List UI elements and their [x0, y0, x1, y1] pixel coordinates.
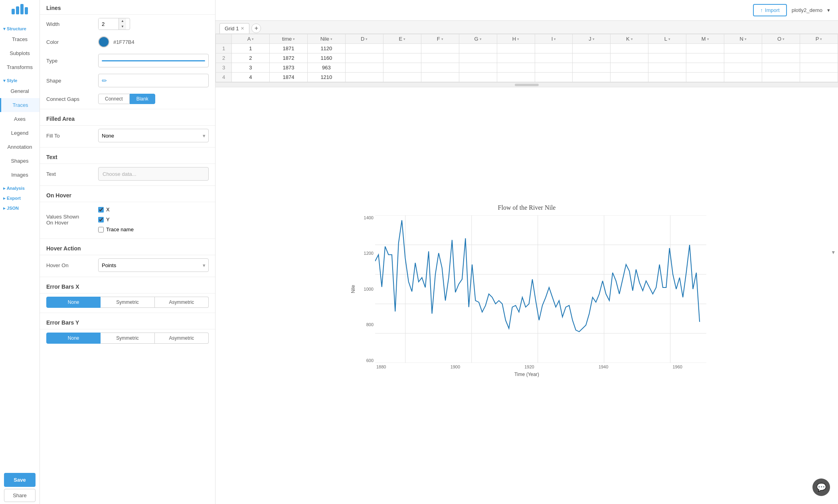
sidebar-item-images[interactable]: Images [0, 168, 40, 182]
table-cell-empty[interactable] [573, 73, 611, 82]
horizontal-scrollbar[interactable] [215, 82, 838, 87]
table-cell-empty[interactable] [459, 63, 497, 73]
table-cell[interactable]: 1873 [269, 63, 307, 73]
table-cell-empty[interactable] [762, 63, 800, 73]
trace-name-checkbox[interactable] [98, 227, 104, 232]
table-cell-empty[interactable] [800, 63, 838, 73]
table-cell-empty[interactable] [648, 63, 686, 73]
sidebar-item-traces-style[interactable]: Traces [0, 98, 40, 112]
table-cell-empty[interactable] [383, 73, 421, 82]
table-cell-empty[interactable] [535, 53, 573, 63]
table-cell-empty[interactable] [573, 44, 611, 53]
table-cell-empty[interactable] [724, 53, 762, 63]
blank-button[interactable]: Blank [130, 94, 155, 104]
table-cell-empty[interactable] [611, 44, 648, 53]
table-cell[interactable]: 1872 [269, 53, 307, 63]
col-header-l[interactable]: L▾ [648, 34, 686, 44]
col-header-time[interactable]: time▾ [269, 34, 307, 44]
table-cell-empty[interactable] [421, 44, 459, 53]
y-checkbox[interactable] [98, 217, 104, 222]
table-cell[interactable]: 1874 [269, 73, 307, 82]
col-header-j[interactable]: J▾ [573, 34, 611, 44]
table-cell-empty[interactable] [535, 44, 573, 53]
sidebar-item-shapes[interactable]: Shapes [0, 154, 40, 168]
table-cell-empty[interactable] [535, 73, 573, 82]
table-cell-empty[interactable] [611, 63, 648, 73]
json-label[interactable]: ▸ JSON [0, 202, 40, 212]
table-cell-empty[interactable] [535, 63, 573, 73]
col-header-i[interactable]: I▾ [535, 34, 573, 44]
save-button[interactable]: Save [4, 473, 36, 487]
width-input[interactable] [99, 18, 119, 30]
import-button[interactable]: ↑ Import [753, 4, 787, 16]
col-header-e[interactable]: E▾ [383, 34, 421, 44]
analysis-label[interactable]: ▸ Analysis [0, 182, 40, 192]
table-cell-empty[interactable] [686, 44, 724, 53]
table-cell[interactable]: 2 [232, 53, 270, 63]
color-swatch[interactable] [98, 36, 109, 47]
col-header-f[interactable]: F▾ [421, 34, 459, 44]
width-down-button[interactable]: ▼ [119, 24, 126, 30]
tab-close-button[interactable]: ✕ [241, 26, 244, 31]
structure-group-label[interactable]: ▾ Structure [0, 22, 40, 32]
table-cell[interactable]: 963 [307, 63, 345, 73]
table-cell-empty[interactable] [421, 73, 459, 82]
table-cell-empty[interactable] [345, 44, 383, 53]
table-cell-empty[interactable] [724, 44, 762, 53]
col-header-nile[interactable]: Nile▾ [307, 34, 345, 44]
col-header-m[interactable]: M▾ [686, 34, 724, 44]
table-cell-empty[interactable] [686, 73, 724, 82]
col-header-a[interactable]: A▾ [232, 34, 270, 44]
sidebar-item-general[interactable]: General [0, 84, 40, 98]
table-cell-empty[interactable] [686, 53, 724, 63]
shape-select[interactable]: ✏ [98, 74, 209, 87]
table-cell[interactable]: 1 [232, 44, 270, 53]
add-tab-button[interactable]: + [251, 24, 261, 33]
sidebar-item-axes[interactable]: Axes [0, 112, 40, 126]
table-cell-empty[interactable] [497, 44, 535, 53]
table-cell-empty[interactable] [573, 63, 611, 73]
style-group-label[interactable]: ▾ Style [0, 74, 40, 84]
table-cell-empty[interactable] [345, 73, 383, 82]
table-cell-empty[interactable] [762, 53, 800, 63]
table-cell-empty[interactable] [459, 44, 497, 53]
col-header-o[interactable]: O▾ [762, 34, 800, 44]
error-y-asymmetric-button[interactable]: Asymmetric [155, 333, 209, 344]
sidebar-item-annotation[interactable]: Annotation [0, 140, 40, 154]
table-cell[interactable]: 1160 [307, 53, 345, 63]
width-up-button[interactable]: ▲ [119, 18, 126, 24]
sidebar-item-transforms[interactable]: Transforms [0, 60, 40, 74]
col-header-d[interactable]: D▾ [345, 34, 383, 44]
table-cell-empty[interactable] [459, 53, 497, 63]
table-cell-empty[interactable] [724, 63, 762, 73]
table-cell-empty[interactable] [383, 44, 421, 53]
table-cell-empty[interactable] [762, 73, 800, 82]
col-header-p[interactable]: P▾ [800, 34, 838, 44]
connect-button[interactable]: Connect [98, 94, 130, 104]
col-header-n[interactable]: N▾ [724, 34, 762, 44]
table-cell-empty[interactable] [800, 73, 838, 82]
table-cell-empty[interactable] [800, 53, 838, 63]
x-checkbox[interactable] [98, 207, 104, 213]
table-cell-empty[interactable] [421, 63, 459, 73]
text-data-select[interactable]: Choose data... [98, 167, 209, 181]
table-cell-empty[interactable] [762, 44, 800, 53]
share-button[interactable]: Share [4, 489, 36, 502]
error-x-none-button[interactable]: None [46, 297, 101, 308]
table-cell[interactable]: 1210 [307, 73, 345, 82]
table-cell-empty[interactable] [648, 53, 686, 63]
table-cell[interactable]: 3 [232, 63, 270, 73]
chat-button[interactable]: 💬 [812, 478, 830, 496]
table-cell-empty[interactable] [497, 63, 535, 73]
table-cell-empty[interactable] [648, 44, 686, 53]
error-x-symmetric-button[interactable]: Symmetric [101, 297, 154, 308]
table-cell-empty[interactable] [345, 53, 383, 63]
error-x-asymmetric-button[interactable]: Asymmetric [155, 297, 209, 308]
table-cell-empty[interactable] [724, 73, 762, 82]
grid-1-tab[interactable]: Grid 1 ✕ [219, 23, 249, 33]
table-cell-empty[interactable] [800, 44, 838, 53]
sidebar-item-traces-structure[interactable]: Traces [0, 32, 40, 46]
error-y-none-button[interactable]: None [46, 333, 101, 344]
col-header-h[interactable]: H▾ [497, 34, 535, 44]
table-cell-empty[interactable] [573, 53, 611, 63]
